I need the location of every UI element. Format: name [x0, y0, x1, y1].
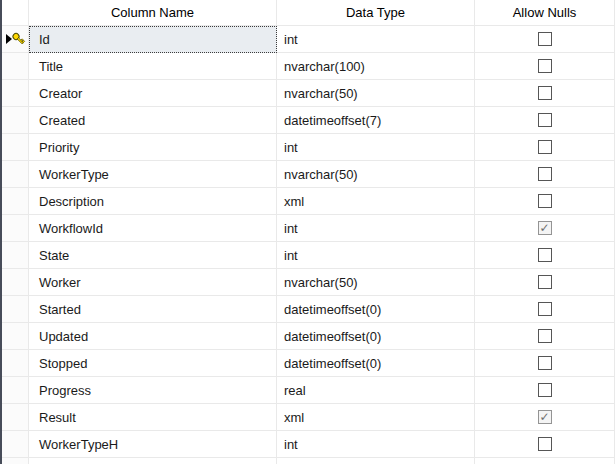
column-name-cell[interactable]: Progress [29, 377, 277, 404]
allow-nulls-checkbox[interactable] [538, 302, 552, 316]
column-name-cell[interactable]: WorkerType [29, 161, 277, 188]
column-name-value: Result [39, 410, 76, 425]
column-name-cell[interactable]: Updated [29, 323, 277, 350]
data-type-cell[interactable]: datetimeoffset(0) [277, 296, 475, 323]
allow-nulls-checkbox[interactable]: ✓ [538, 221, 552, 235]
column-name-value: Created [39, 113, 85, 128]
column-name-cell[interactable]: Title [29, 53, 277, 80]
data-type-cell[interactable]: int [277, 26, 475, 53]
data-type-value: nvarchar(50) [284, 275, 358, 290]
column-name-value: Updated [39, 329, 88, 344]
row-selector-cell[interactable] [2, 296, 29, 323]
data-type-cell[interactable]: nvarchar(50) [277, 269, 475, 296]
row-selector-cell[interactable] [2, 458, 29, 464]
column-name-value: Priority [39, 140, 79, 155]
allow-nulls-cell [475, 134, 615, 161]
data-type-cell[interactable]: xml [277, 404, 475, 431]
column-name-cell[interactable]: Worker [29, 269, 277, 296]
table-row: WorkflowId int ✓ [2, 215, 615, 242]
table-row: Progress real [2, 377, 615, 404]
row-selector-cell[interactable] [2, 323, 29, 350]
data-type-cell[interactable]: int [277, 134, 475, 161]
allow-nulls-checkbox[interactable] [538, 167, 552, 181]
column-name-cell[interactable] [29, 458, 277, 464]
data-type-cell[interactable] [277, 458, 475, 464]
table-row: State int [2, 242, 615, 269]
data-type-cell[interactable]: datetimeoffset(7) [277, 107, 475, 134]
column-name-cell[interactable]: WorkerTypeH [29, 431, 277, 458]
column-name-cell[interactable]: Result [29, 404, 277, 431]
data-type-cell[interactable]: nvarchar(50) [277, 80, 475, 107]
allow-nulls-checkbox[interactable] [538, 329, 552, 343]
row-selector-cell[interactable] [2, 215, 29, 242]
column-name-value: Progress [39, 383, 91, 398]
data-type-cell[interactable]: xml [277, 188, 475, 215]
data-type-value: real [284, 383, 306, 398]
row-selector-cell[interactable] [2, 404, 29, 431]
row-selector-cell[interactable] [2, 53, 29, 80]
allow-nulls-cell [475, 80, 615, 107]
key-icon [12, 32, 25, 45]
allow-nulls-cell [475, 242, 615, 269]
column-name-cell[interactable]: State [29, 242, 277, 269]
allow-nulls-checkbox[interactable] [538, 275, 552, 289]
data-type-cell[interactable]: nvarchar(50) [277, 161, 475, 188]
allow-nulls-checkbox[interactable] [538, 140, 552, 154]
data-type-value: datetimeoffset(0) [284, 302, 381, 317]
row-selector-cell[interactable] [2, 134, 29, 161]
column-name-cell[interactable]: Stopped [29, 350, 277, 377]
column-name-cell[interactable]: Id [29, 26, 277, 53]
data-type-value: nvarchar(50) [284, 167, 358, 182]
row-selector-cell[interactable] [2, 80, 29, 107]
allow-nulls-checkbox[interactable] [538, 248, 552, 262]
row-selector-cell[interactable] [2, 431, 29, 458]
data-type-cell[interactable]: int [277, 431, 475, 458]
allow-nulls-checkbox[interactable] [538, 113, 552, 127]
column-name-value: Title [39, 59, 63, 74]
allow-nulls-cell[interactable] [475, 458, 615, 464]
allow-nulls-checkbox[interactable] [538, 383, 552, 397]
row-selector-cell[interactable] [2, 242, 29, 269]
column-name-cell[interactable]: Creator [29, 80, 277, 107]
corner-cell [2, 0, 29, 26]
row-selector-cell[interactable] [2, 161, 29, 188]
table-row: Creator nvarchar(50) [2, 80, 615, 107]
data-type-cell[interactable]: int [277, 215, 475, 242]
column-name-cell[interactable]: Created [29, 107, 277, 134]
column-name-cell[interactable]: WorkflowId [29, 215, 277, 242]
table-row: WorkerType nvarchar(50) [2, 161, 615, 188]
table-row: Result xml ✓ [2, 404, 615, 431]
row-selector-cell[interactable] [2, 377, 29, 404]
table-designer-grid: Column Name Data Type Allow Nulls Id int [0, 0, 615, 464]
data-type-cell[interactable]: datetimeoffset(0) [277, 323, 475, 350]
allow-nulls-cell [475, 350, 615, 377]
header-column-name: Column Name [29, 0, 277, 26]
table-row: Title nvarchar(100) [2, 53, 615, 80]
allow-nulls-checkbox[interactable] [538, 194, 552, 208]
table-row: Started datetimeoffset(0) [2, 296, 615, 323]
allow-nulls-checkbox[interactable] [538, 356, 552, 370]
row-selector-cell[interactable] [2, 350, 29, 377]
row-selector-cell[interactable] [2, 188, 29, 215]
data-type-cell[interactable]: datetimeoffset(0) [277, 350, 475, 377]
column-name-cell[interactable]: Description [29, 188, 277, 215]
data-type-cell[interactable]: real [277, 377, 475, 404]
allow-nulls-checkbox[interactable] [538, 59, 552, 73]
data-type-value: int [284, 32, 298, 47]
allow-nulls-checkbox[interactable] [538, 437, 552, 451]
column-name-value: Worker [39, 275, 81, 290]
column-name-cell[interactable]: Priority [29, 134, 277, 161]
data-type-value: datetimeoffset(7) [284, 113, 381, 128]
row-selector-cell[interactable] [2, 269, 29, 296]
row-selector-cell[interactable] [2, 26, 29, 53]
column-name-value: State [39, 248, 69, 263]
data-type-cell[interactable]: nvarchar(100) [277, 53, 475, 80]
allow-nulls-checkbox[interactable]: ✓ [538, 410, 552, 424]
rows-container: Id int Title nvarchar(100) [2, 26, 615, 458]
column-name-cell[interactable]: Started [29, 296, 277, 323]
allow-nulls-checkbox[interactable] [538, 86, 552, 100]
row-selector-cell[interactable] [2, 107, 29, 134]
empty-new-row[interactable] [2, 458, 615, 464]
allow-nulls-checkbox[interactable] [538, 32, 552, 46]
data-type-cell[interactable]: int [277, 242, 475, 269]
